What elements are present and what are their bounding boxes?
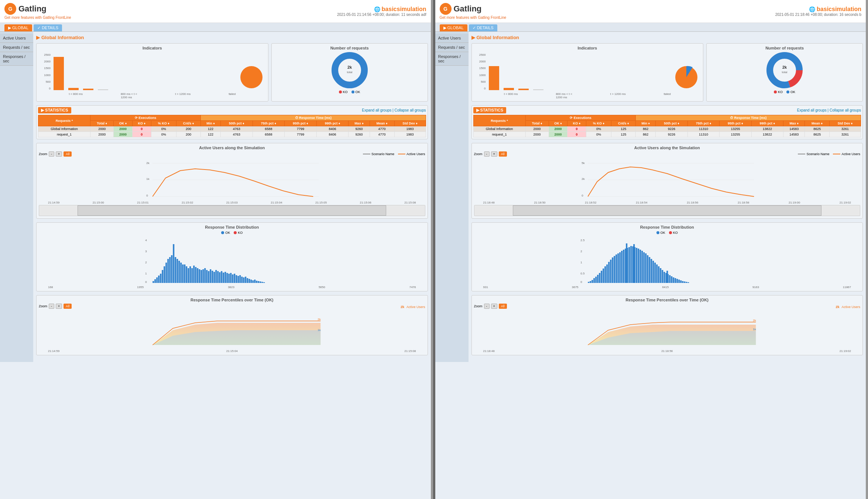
requests-chart-left: Number of requests 2k total <box>271 43 428 102</box>
sidebar-item-requests[interactable]: Requests / sec <box>0 43 33 52</box>
dist-x-label-4-r: 9163 <box>752 286 759 289</box>
ko-dot-dist-r <box>669 231 672 234</box>
x-time-r-1: 21:18:48 <box>483 201 495 204</box>
sidebar-item-active-users[interactable]: Active Users <box>0 34 33 43</box>
legend-ko-r: KO <box>774 90 783 94</box>
zoom-controls-pct-left: Zoom - + All <box>39 304 72 309</box>
tab-details-left[interactable]: ✓ DETAILS <box>34 24 62 31</box>
sidebar-item-active-users-r[interactable]: Active Users <box>435 34 469 43</box>
zoom-btn-pct-all-r[interactable]: All <box>499 304 507 309</box>
requests-title-left: Number of requests <box>274 46 425 50</box>
zoom-btn-pct-plus-r[interactable]: + <box>491 304 497 309</box>
dist-x-label-1: 168 <box>48 286 53 289</box>
ko-dist-label-r: KO <box>673 231 678 235</box>
zoom-btn-minus[interactable]: - <box>49 151 54 157</box>
svg-rect-106 <box>603 269 604 283</box>
section-arrow: ▶ <box>36 35 40 40</box>
minimap-thumb-right[interactable] <box>513 205 821 216</box>
sidebar-item-responses-r[interactable]: Responses / sec <box>435 52 469 66</box>
stats-actions-right[interactable]: Expand all groups | Collapse all groups <box>797 108 861 112</box>
tab-global-right[interactable]: ▶ GLOBAL <box>440 24 467 31</box>
percentile-box-right: Response Time Percentiles over Time (OK)… <box>471 295 863 355</box>
svg-rect-39 <box>195 267 196 283</box>
legend-ok-dist: OK <box>221 231 230 235</box>
svg-rect-37 <box>191 268 193 283</box>
sidebar-item-requests-r[interactable]: Requests / sec <box>435 43 469 52</box>
svg-text:0: 0 <box>146 194 148 197</box>
svg-rect-152 <box>687 282 689 283</box>
td-max: 9260 <box>349 132 370 137</box>
td-max-r2: 14583 <box>783 132 805 137</box>
bar-lt800 <box>54 57 64 90</box>
zoom-label-r: Zoom <box>474 152 483 156</box>
svg-rect-110 <box>610 260 611 283</box>
zoom-btn-plus-r[interactable]: + <box>491 151 497 157</box>
th-std-r: Std Dev ♦ <box>830 121 861 126</box>
stats-actions-left[interactable]: Expand all groups | Collapse all groups <box>362 108 426 112</box>
zoom-btn-plus[interactable]: + <box>56 151 62 157</box>
zoom-btn-all[interactable]: All <box>64 151 72 157</box>
td-cnt-r: 125 <box>611 126 636 132</box>
zoom-btn-minus-r[interactable]: - <box>484 151 490 157</box>
sidebar-item-responses[interactable]: Responses / sec <box>0 52 33 66</box>
logo-r: G Gatling <box>440 3 507 15</box>
stats-title-right: ▶ STATISTICS <box>473 107 507 113</box>
svg-rect-139 <box>663 272 665 283</box>
sim-globe-r: 🌐 basicsimulation <box>775 6 861 13</box>
td-ok: 2000 <box>114 132 133 137</box>
logo-text: Gatling <box>18 4 47 14</box>
zoom-btn-all-r[interactable]: All <box>499 151 507 157</box>
requests-chart-right: Number of requests 2k total <box>706 43 863 102</box>
y-label-0-r: 0 <box>476 87 486 90</box>
svg-rect-137 <box>660 268 661 283</box>
y-label-500: 500 <box>40 80 51 83</box>
logo-subtitle: Get more features with Gatling FrontLine <box>4 16 71 20</box>
legend-scenario: Scenario Name <box>363 152 394 156</box>
svg-rect-51 <box>217 271 219 283</box>
tab-global-left[interactable]: ▶ GLOBAL <box>4 24 32 31</box>
svg-rect-20 <box>160 274 161 283</box>
scenario-label-r: Scenario Name <box>806 152 829 156</box>
x-label-failed-r: failed <box>664 92 671 99</box>
x-time-r-4: 21:18:54 <box>636 201 647 204</box>
zoom-btn-pct-minus-r[interactable]: - <box>484 304 490 309</box>
td-min-r2: 862 <box>636 132 656 137</box>
svg-rect-116 <box>621 251 622 283</box>
zoom-label: Zoom <box>39 152 47 156</box>
svg-text:2k: 2k <box>581 177 585 181</box>
donut-chart-right: 2k total <box>766 52 803 89</box>
svg-rect-147 <box>678 280 680 283</box>
zoom-btn-pct-plus[interactable]: + <box>56 304 62 309</box>
resp-dist-title-left: Response Time Distribution <box>39 225 425 229</box>
users-line-sample-r <box>833 154 840 154</box>
logo: G Gatling <box>4 3 71 15</box>
svg-rect-131 <box>649 257 650 283</box>
svg-rect-100 <box>591 280 593 283</box>
logo-area-r: G Gatling Get more features with Gatling… <box>440 3 507 20</box>
x-time-r-8: 21:19:02 <box>840 201 851 204</box>
td-p50: 4763 <box>221 126 253 132</box>
ko-dist-label: KO <box>238 231 243 235</box>
x-label-failed: failed <box>229 92 236 99</box>
x-time-6: 21:15:04 <box>271 201 282 204</box>
td-total-r: 2000 <box>525 126 549 132</box>
nav-tabs-right: ▶ GLOBAL ✓ DETAILS <box>435 23 866 32</box>
zoom-btn-pct-all[interactable]: All <box>64 304 72 309</box>
legend-ko-dist: KO <box>234 231 243 235</box>
minimap-thumb-left[interactable] <box>78 205 386 216</box>
svg-rect-28 <box>175 257 176 283</box>
td-std: 1983 <box>394 132 426 137</box>
scenario-line-sample <box>363 154 370 154</box>
zoom-btn-pct-minus[interactable]: - <box>49 304 54 309</box>
tab-details-right[interactable]: ✓ DETAILS <box>469 24 497 31</box>
svg-rect-59 <box>232 274 233 283</box>
x-time-9: 21:15:08 <box>404 201 416 204</box>
svg-rect-50 <box>215 270 217 283</box>
th-ko: KO ♦ <box>132 121 151 126</box>
svg-rect-70 <box>252 280 254 283</box>
ok-dot-dist <box>221 231 224 234</box>
stats-section-right: ▶ STATISTICS Expand all groups | Collaps… <box>471 105 863 139</box>
donut-area-left: 2k total <box>274 52 425 89</box>
svg-rect-25 <box>169 257 171 283</box>
ok-label: OK <box>356 90 360 94</box>
